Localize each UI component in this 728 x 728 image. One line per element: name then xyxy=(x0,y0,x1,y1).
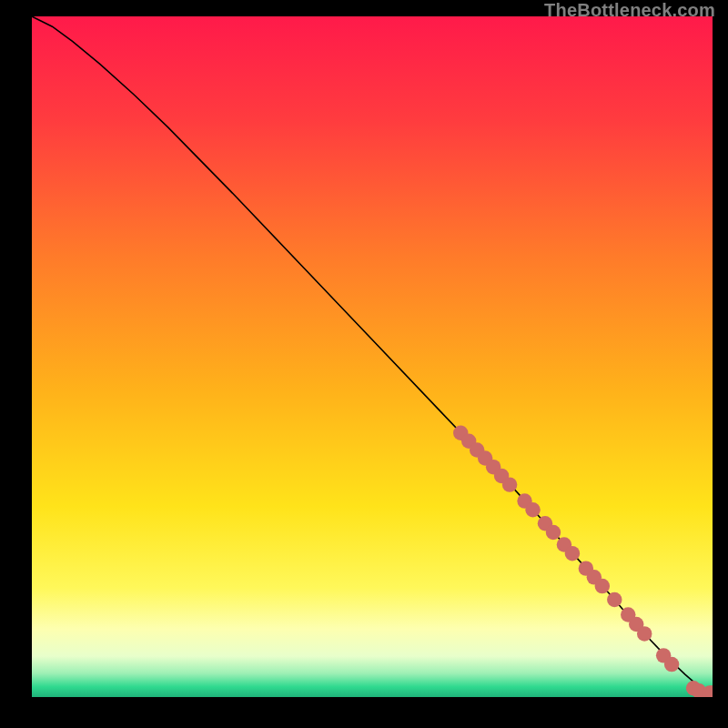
data-marker xyxy=(525,502,540,517)
data-marker xyxy=(664,657,679,672)
data-marker xyxy=(546,525,561,540)
chart-stage: TheBottleneck.com xyxy=(0,0,728,728)
data-marker xyxy=(607,592,622,607)
chart-plot xyxy=(32,16,713,697)
data-marker xyxy=(637,626,652,641)
data-marker xyxy=(595,579,610,593)
data-marker xyxy=(565,546,580,561)
data-marker xyxy=(502,477,517,491)
